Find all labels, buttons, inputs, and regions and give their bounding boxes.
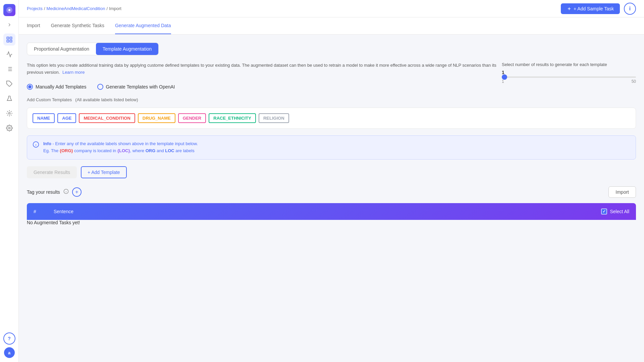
app-logo: [3, 4, 15, 16]
sidebar-toggle[interactable]: [6, 21, 13, 28]
radio-manually-add-templates[interactable]: Manually Add Templates: [27, 84, 87, 90]
table-header: # Sentence Select All: [27, 203, 636, 220]
sidebar-item-dashboard[interactable]: [3, 34, 15, 46]
info-button[interactable]: i: [624, 3, 636, 15]
tab-import[interactable]: Import: [27, 17, 40, 34]
label-drug-name[interactable]: DRUG_NAME: [138, 113, 175, 123]
info-main-text: Info - Enter any of the available labels…: [43, 140, 198, 147]
svg-point-13: [8, 113, 10, 114]
svg-rect-5: [7, 40, 9, 42]
table-col-sentence: Sentence: [47, 203, 309, 220]
sidebar-item-tag[interactable]: [3, 78, 15, 90]
info-box: Info - Enter any of the available labels…: [27, 135, 636, 160]
generate-results-button: Generate Results: [27, 166, 77, 178]
select-all-checkbox[interactable]: [601, 208, 607, 215]
table-body: No Augmented Tasks yet!: [27, 220, 636, 225]
info-box-text: Info - Enter any of the available labels…: [43, 140, 198, 155]
breadcrumb-sep2: /: [106, 6, 108, 11]
slider-max: 50: [632, 79, 636, 84]
radio-group: Manually Add Templates Generate Template…: [27, 84, 636, 90]
slider-current-value: 1: [502, 70, 636, 75]
svg-rect-3: [10, 37, 12, 39]
svg-point-14: [8, 127, 10, 129]
breadcrumb-sep1: /: [44, 6, 45, 11]
action-buttons-row: Generate Results + Add Template: [27, 166, 636, 178]
learn-more-link[interactable]: Learn more: [62, 70, 85, 75]
select-all-label: Select All: [610, 209, 629, 214]
labels-row: NAME AGE MEDICAL_CONDITION DRUG_NAME GEN…: [27, 108, 636, 129]
slider-container: [502, 76, 636, 78]
tag-add-button[interactable]: +: [72, 187, 82, 197]
sidebar-item-settings[interactable]: [3, 122, 15, 134]
import-button[interactable]: Import: [608, 186, 636, 198]
results-table: # Sentence Select All No Augmented Tasks…: [27, 203, 636, 225]
slider-section: Select number of results to generate for…: [502, 62, 636, 84]
sidebar: ? a: [0, 0, 19, 362]
table-col-hash: #: [27, 203, 47, 220]
app-container: ? a Projects / MedicineAndMedicalConditi…: [0, 0, 644, 362]
page-body: Proportional Augmentation Template Augme…: [19, 35, 644, 362]
plus-icon: [567, 6, 572, 11]
tab-proportional-augmentation[interactable]: Proportional Augmentation: [27, 43, 96, 55]
label-medical-condition[interactable]: MEDICAL_CONDITION: [79, 113, 135, 123]
help-icon[interactable]: ?: [3, 333, 15, 345]
slider-range: 1 50: [502, 79, 636, 84]
tag-results-label: Tag your results: [27, 189, 60, 195]
breadcrumb: Projects / MedicineAndMedicalCondition /…: [27, 6, 121, 11]
svg-point-1: [8, 9, 10, 11]
page-header: Projects / MedicineAndMedicalCondition /…: [19, 0, 644, 17]
user-avatar[interactable]: a: [4, 347, 15, 358]
empty-state-row: No Augmented Tasks yet!: [27, 220, 636, 225]
tag-results-info-icon: [63, 189, 69, 195]
label-age[interactable]: AGE: [57, 113, 76, 123]
slider-label: Select number of results to generate for…: [502, 62, 636, 67]
slider-track: [502, 76, 636, 78]
radio-label-manual: Manually Add Templates: [36, 84, 87, 89]
slider-thumb: [502, 74, 507, 80]
table-col-select-all[interactable]: Select All: [309, 203, 636, 220]
empty-state-message: No Augmented Tasks yet!: [27, 220, 636, 225]
tab-generate-augmented[interactable]: Generate Augmented Data: [115, 17, 171, 34]
add-sample-task-button[interactable]: + Add Sample Task: [561, 3, 620, 14]
svg-rect-2: [7, 37, 9, 39]
sidebar-item-list[interactable]: [3, 63, 15, 75]
info-circle-icon: [33, 141, 39, 149]
breadcrumb-current: Import: [109, 6, 121, 11]
header-actions: + Add Sample Task i: [561, 3, 636, 15]
radio-label-openai: Generate Templates with OpenAI: [106, 84, 175, 89]
slider-min: 1: [502, 79, 504, 84]
augmentation-tabs: Proportional Augmentation Template Augme…: [27, 43, 159, 55]
description-section: Select number of results to generate for…: [27, 62, 636, 84]
label-race-ethnicity[interactable]: RACE_ETHNICITY: [209, 113, 256, 123]
svg-rect-4: [10, 40, 12, 42]
custom-templates-title: Add Custom Templates (All available labe…: [27, 97, 636, 102]
sidebar-bottom: ? a: [3, 333, 15, 358]
tag-results-row: Tag your results + Import: [27, 186, 636, 198]
label-gender[interactable]: GENDER: [178, 113, 206, 123]
radio-generate-with-openai[interactable]: Generate Templates with OpenAI: [97, 84, 175, 90]
sidebar-item-tools[interactable]: [3, 107, 15, 119]
add-template-button[interactable]: + Add Template: [81, 166, 127, 178]
breadcrumb-project-name[interactable]: MedicineAndMedicalCondition: [47, 6, 105, 11]
label-religion[interactable]: RELIGION: [259, 113, 289, 123]
tab-template-augmentation[interactable]: Template Augmentation: [96, 43, 158, 55]
sidebar-item-stats[interactable]: [3, 48, 15, 60]
breadcrumb-projects[interactable]: Projects: [27, 6, 43, 11]
tab-generate-synthetic[interactable]: Generate Synthetic Tasks: [51, 17, 104, 34]
radio-circle-manual: [27, 84, 33, 90]
main-content: Projects / MedicineAndMedicalCondition /…: [19, 0, 644, 362]
sidebar-item-beaker[interactable]: [3, 93, 15, 105]
label-name[interactable]: NAME: [33, 113, 55, 123]
radio-circle-openai: [97, 84, 103, 90]
nav-tabs-bar: Import Generate Synthetic Tasks Generate…: [19, 17, 644, 35]
info-example-text: Eg. The {ORG} company is located in {LOC…: [43, 147, 198, 155]
